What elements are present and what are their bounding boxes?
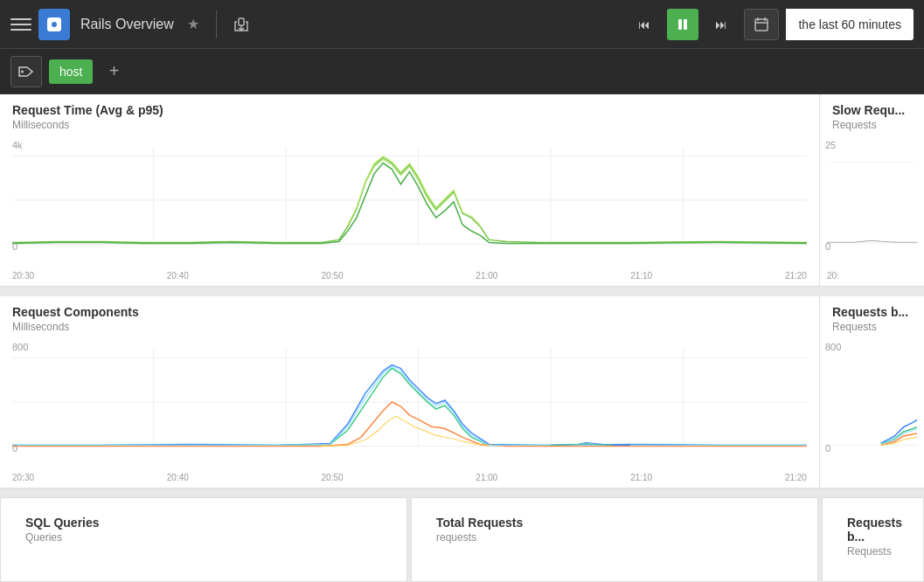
requests-by-panel: Requests b... Requests 800 0	[820, 296, 924, 488]
slow-requests-panel: Slow Requ... Requests 25 0 20:	[820, 94, 924, 286]
slow-x-label: 20:	[820, 269, 924, 282]
app-title: Rails Overview	[80, 17, 174, 32]
slow-y-min: 0	[825, 241, 830, 252]
request-components-chart	[12, 340, 807, 473]
slow-requests-chart	[827, 136, 917, 269]
svg-rect-3	[755, 19, 768, 31]
rb-y-max: 800	[825, 342, 841, 352]
favorite-button[interactable]: ★	[181, 12, 205, 37]
header: Rails Overview ★ ⏮ ⏭ the last 60 minutes	[0, 0, 924, 49]
calendar-button[interactable]	[744, 9, 779, 40]
requests-by-bottom-panel: Requests b... Requests	[822, 497, 924, 582]
x-label-3: 20:50	[322, 271, 344, 281]
request-components-panel: Request Components Milliseconds 800 0	[0, 296, 820, 488]
chart-row-1: Request Time (Avg & p95) Milliseconds 4k…	[0, 94, 924, 287]
rc-x-label-5: 21:10	[630, 473, 652, 482]
request-components-title: Request Components	[0, 296, 819, 321]
rc-y-min: 0	[12, 443, 17, 454]
total-requests-title: Total Requests	[424, 507, 805, 531]
requests-by-title: Requests b...	[820, 296, 924, 321]
skip-forward-button[interactable]: ⏭	[705, 9, 737, 40]
rc-y-max: 800	[12, 342, 28, 352]
app-logo	[38, 9, 70, 40]
requests-by-chart	[827, 338, 917, 471]
y-max-label-1: 4k	[12, 140, 23, 150]
tag-filter-button[interactable]	[10, 56, 42, 87]
x-label-2: 20:40	[167, 271, 189, 281]
bottom-row: SQL Queries Queries Total Requests reque…	[0, 497, 924, 582]
request-components-subtitle: Milliseconds	[0, 321, 819, 338]
total-requests-subtitle: requests	[424, 531, 805, 549]
slow-requests-title: Slow Requ...	[820, 94, 924, 119]
request-time-title: Request Time (Avg & p95)	[0, 94, 819, 119]
skip-back-button[interactable]: ⏮	[629, 9, 660, 40]
svg-rect-1	[678, 19, 682, 30]
requests-by-bottom-subtitle: Requests	[835, 545, 911, 563]
rc-x-label-2: 20:40	[167, 473, 189, 482]
hamburger-menu[interactable]	[10, 14, 31, 35]
sql-queries-subtitle: Queries	[13, 531, 394, 549]
svg-rect-0	[239, 18, 244, 25]
time-range-display[interactable]: the last 60 minutes	[786, 9, 914, 40]
x-label-5: 21:10	[630, 271, 652, 281]
rb-y-min: 0	[825, 443, 830, 454]
total-requests-panel: Total Requests requests	[411, 497, 818, 582]
x-label-4: 21:00	[476, 271, 497, 281]
rc-x-label-6: 21:20	[785, 473, 807, 482]
x-label-6: 21:20	[785, 271, 807, 281]
request-time-chart	[12, 138, 807, 271]
sql-queries-panel: SQL Queries Queries	[0, 497, 407, 582]
sql-queries-title: SQL Queries	[13, 507, 394, 531]
requests-by-bottom-title: Requests b...	[835, 507, 911, 545]
main-content: Request Time (Avg & p95) Milliseconds 4k…	[0, 94, 924, 582]
svg-point-4	[21, 70, 24, 73]
y-min-label-1: 0	[12, 241, 17, 252]
rc-x-label-3: 20:50	[322, 473, 344, 482]
pause-button[interactable]	[667, 9, 698, 40]
rc-x-label-1: 20:30	[12, 473, 34, 482]
share-button[interactable]	[227, 10, 255, 38]
chart-row-2: Request Components Milliseconds 800 0	[0, 296, 924, 488]
divider	[216, 10, 217, 38]
x-label-1: 20:30	[12, 271, 34, 281]
request-time-subtitle: Milliseconds	[0, 119, 819, 136]
slow-requests-subtitle: Requests	[820, 119, 924, 136]
add-filter-button[interactable]: +	[100, 58, 128, 86]
svg-rect-2	[684, 19, 687, 30]
request-time-panel: Request Time (Avg & p95) Milliseconds 4k…	[0, 94, 820, 286]
requests-by-subtitle: Requests	[820, 321, 924, 338]
slow-y-max: 25	[825, 140, 836, 150]
rc-x-label-4: 21:00	[476, 473, 497, 482]
host-filter-tag[interactable]: host	[49, 59, 93, 84]
filter-bar: host +	[0, 49, 924, 94]
